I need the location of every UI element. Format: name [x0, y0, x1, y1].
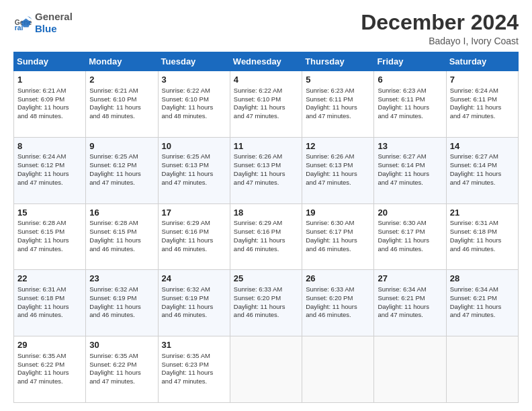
calendar-cell: 16Sunrise: 6:28 AMSunset: 6:15 PMDayligh…	[86, 203, 158, 270]
calendar-cell: 8Sunrise: 6:24 AMSunset: 6:12 PMDaylight…	[14, 137, 86, 203]
day-info-line: and 47 minutes.	[17, 377, 82, 386]
day-info-line: and 48 minutes.	[162, 112, 226, 121]
day-info-line: Daylight: 11 hours	[450, 103, 515, 112]
day-info-line: Daylight: 11 hours	[306, 303, 370, 312]
day-info-line: and 47 minutes.	[378, 179, 442, 187]
day-info-line: Sunset: 6:12 PM	[17, 161, 82, 170]
calendar-cell: 11Sunrise: 6:26 AMSunset: 6:13 PMDayligh…	[230, 137, 302, 203]
day-info-line: Sunset: 6:16 PM	[162, 228, 226, 236]
day-info-line: Daylight: 11 hours	[17, 369, 82, 377]
day-info-line: Daylight: 11 hours	[234, 103, 298, 112]
day-info-line: Sunset: 6:17 PM	[378, 228, 442, 236]
calendar-cell: 20Sunrise: 6:30 AMSunset: 6:17 PMDayligh…	[374, 203, 446, 270]
day-info-line: and 46 minutes.	[378, 245, 442, 254]
day-info-line: Sunset: 6:13 PM	[162, 161, 226, 170]
day-info-line: Sunset: 6:19 PM	[89, 294, 154, 303]
calendar-cell: 24Sunrise: 6:32 AMSunset: 6:19 PMDayligh…	[158, 270, 230, 336]
day-info-line: Daylight: 11 hours	[17, 236, 82, 245]
day-info-line: Sunrise: 6:23 AM	[378, 87, 442, 95]
day-info-line: Daylight: 11 hours	[450, 303, 515, 312]
day-info-line: and 48 minutes.	[89, 112, 154, 121]
day-info-line: and 47 minutes.	[450, 112, 515, 121]
logo-text: General Blue	[35, 11, 73, 35]
day-info-line: Sunrise: 6:27 AM	[378, 152, 442, 161]
day-info-line: Sunrise: 6:30 AM	[378, 219, 442, 228]
day-info-line: Daylight: 11 hours	[378, 170, 442, 179]
day-info-line: Sunset: 6:15 PM	[89, 228, 154, 236]
day-info-line: Sunrise: 6:28 AM	[17, 219, 82, 228]
day-info-line: and 47 minutes.	[234, 179, 298, 187]
weekday-wednesday: Wednesday	[230, 52, 302, 71]
calendar-cell: 25Sunrise: 6:33 AMSunset: 6:20 PMDayligh…	[230, 270, 302, 336]
day-info-line: and 46 minutes.	[234, 311, 298, 320]
calendar-cell	[302, 336, 374, 403]
calendar-body: 1Sunrise: 6:21 AMSunset: 6:09 PMDaylight…	[14, 71, 519, 403]
calendar-cell: 18Sunrise: 6:29 AMSunset: 6:16 PMDayligh…	[230, 203, 302, 270]
calendar-cell: 4Sunrise: 6:22 AMSunset: 6:10 PMDaylight…	[230, 71, 302, 138]
day-info-line: and 47 minutes.	[378, 311, 442, 320]
day-info-line: and 46 minutes.	[306, 245, 370, 254]
day-info-line: Sunrise: 6:21 AM	[89, 87, 154, 95]
day-info-line: Sunset: 6:10 PM	[234, 95, 298, 104]
day-number: 5	[306, 74, 370, 86]
day-number: 16	[89, 207, 154, 219]
calendar-cell: 13Sunrise: 6:27 AMSunset: 6:14 PMDayligh…	[374, 137, 446, 203]
calendar-cell: 9Sunrise: 6:25 AMSunset: 6:12 PMDaylight…	[86, 137, 158, 203]
day-info-line: Sunrise: 6:24 AM	[17, 152, 82, 161]
day-info-line: Sunset: 6:21 PM	[378, 294, 442, 303]
day-info-line: and 46 minutes.	[162, 245, 226, 254]
day-info-line: Sunrise: 6:32 AM	[89, 285, 154, 294]
day-info-line: Sunrise: 6:31 AM	[17, 285, 82, 294]
day-info-line: Sunset: 6:11 PM	[378, 95, 442, 104]
day-number: 21	[450, 207, 515, 219]
day-number: 24	[162, 273, 226, 285]
day-number: 23	[89, 273, 154, 285]
calendar-week-2: 8Sunrise: 6:24 AMSunset: 6:12 PMDaylight…	[14, 137, 519, 203]
day-info-line: Sunset: 6:10 PM	[162, 95, 226, 104]
calendar-week-5: 29Sunrise: 6:35 AMSunset: 6:22 PMDayligh…	[14, 336, 519, 403]
day-number: 27	[378, 273, 442, 285]
day-number: 26	[306, 273, 370, 285]
day-number: 9	[89, 140, 154, 152]
day-number: 14	[450, 140, 515, 152]
calendar-cell: 23Sunrise: 6:32 AMSunset: 6:19 PMDayligh…	[86, 270, 158, 336]
calendar-cell	[446, 336, 518, 403]
day-info-line: and 46 minutes.	[17, 311, 82, 320]
day-number: 2	[89, 74, 154, 86]
day-info-line: Sunrise: 6:29 AM	[162, 219, 226, 228]
day-info-line: Sunset: 6:10 PM	[89, 95, 154, 104]
day-info-line: Sunrise: 6:31 AM	[450, 219, 515, 228]
day-info-line: Sunset: 6:19 PM	[162, 294, 226, 303]
day-number: 3	[162, 74, 226, 86]
weekday-header-row: SundayMondayTuesdayWednesdayThursdayFrid…	[14, 52, 519, 71]
day-info-line: Sunrise: 6:35 AM	[17, 352, 82, 361]
calendar-table: SundayMondayTuesdayWednesdayThursdayFrid…	[13, 52, 519, 403]
day-number: 12	[306, 140, 370, 152]
logo: Gene ral General Blue	[13, 11, 73, 35]
calendar-cell: 21Sunrise: 6:31 AMSunset: 6:18 PMDayligh…	[446, 203, 518, 270]
day-number: 11	[234, 140, 298, 152]
day-info-line: Daylight: 11 hours	[89, 303, 154, 312]
day-info-line: Sunrise: 6:26 AM	[234, 152, 298, 161]
day-info-line: Sunset: 6:15 PM	[17, 228, 82, 236]
day-number: 8	[17, 140, 82, 152]
page-header: Gene ral General Blue December 2024 Bada…	[13, 11, 519, 46]
day-info-line: Daylight: 11 hours	[378, 236, 442, 245]
day-number: 4	[234, 74, 298, 86]
calendar-cell: 2Sunrise: 6:21 AMSunset: 6:10 PMDaylight…	[86, 71, 158, 138]
calendar-cell	[230, 336, 302, 403]
day-number: 19	[306, 207, 370, 219]
day-number: 17	[162, 207, 226, 219]
day-info-line: Daylight: 11 hours	[89, 369, 154, 377]
day-info-line: and 47 minutes.	[162, 377, 226, 386]
day-info-line: Sunset: 6:16 PM	[234, 228, 298, 236]
day-number: 25	[234, 273, 298, 285]
calendar-week-1: 1Sunrise: 6:21 AMSunset: 6:09 PMDaylight…	[14, 71, 519, 138]
day-info-line: Sunset: 6:09 PM	[17, 95, 82, 104]
day-info-line: Sunrise: 6:21 AM	[17, 87, 82, 95]
day-info-line: and 48 minutes.	[17, 112, 82, 121]
day-info-line: and 47 minutes.	[450, 311, 515, 320]
day-info-line: Sunrise: 6:24 AM	[450, 87, 515, 95]
day-info-line: Daylight: 11 hours	[306, 170, 370, 179]
day-info-line: and 46 minutes.	[234, 245, 298, 254]
